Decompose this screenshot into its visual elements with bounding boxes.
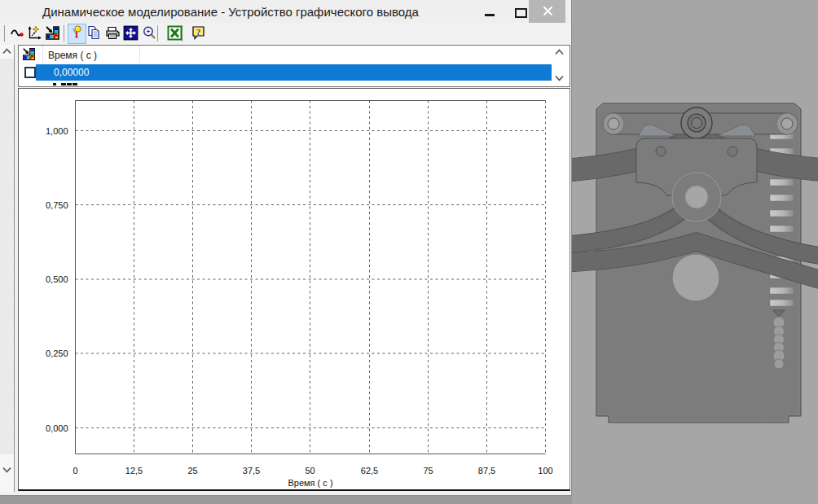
svg-text:50: 50 (305, 466, 314, 476)
svg-text:0,750: 0,750 (46, 200, 68, 210)
svg-text:12,5: 12,5 (125, 466, 143, 476)
svg-text:37,5: 37,5 (243, 466, 260, 476)
svg-text:1,000: 1,000 (46, 126, 68, 136)
svg-text:25: 25 (187, 466, 197, 476)
svg-text:62,5: 62,5 (361, 466, 378, 476)
svg-text:100: 100 (538, 466, 552, 476)
svg-text:0: 0 (73, 466, 77, 476)
svg-text:0,250: 0,250 (46, 348, 68, 358)
svg-text:75: 75 (423, 466, 433, 476)
svg-text:87,5: 87,5 (478, 466, 495, 476)
svg-text:Время ( с ): Время ( с ) (288, 478, 332, 488)
svg-text:0,500: 0,500 (46, 274, 68, 284)
svg-text:?: ? (196, 27, 201, 37)
svg-text:0,000: 0,000 (46, 423, 68, 433)
